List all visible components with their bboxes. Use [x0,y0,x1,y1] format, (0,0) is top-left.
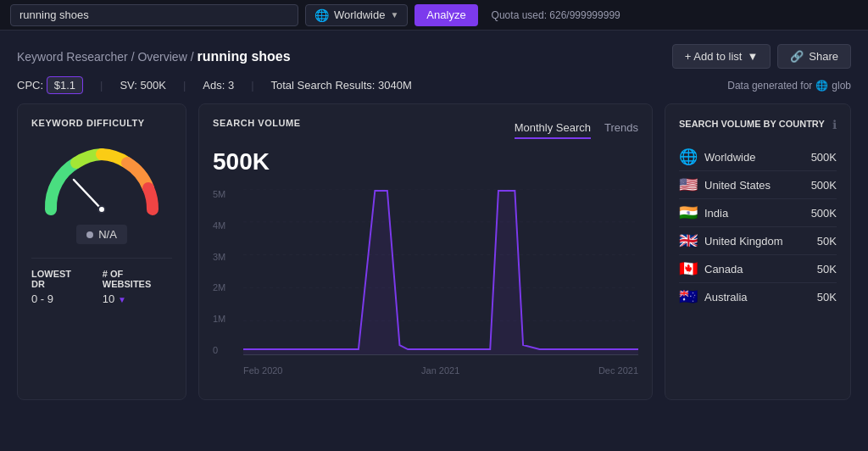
ads-value: 3 [228,79,234,92]
websites-stat: # OF WEBSITES 10 ▼ [103,269,172,305]
x-label-dec2021: Dec 2021 [598,365,638,376]
tab-trends[interactable]: Trends [604,121,638,139]
share-label: Share [809,50,838,63]
add-to-list-label: + Add to list [685,50,743,63]
breadcrumb-row: Keyword Researcher / Overview / running … [17,44,851,69]
svg-line-0 [74,180,102,209]
chart-svg [243,189,638,354]
chevron-down-icon: ▼ [390,10,398,19]
total-value: 3040M [378,79,412,92]
country-volume: 500K [811,151,837,164]
top-bar: running shoes 🌐 Worldwide ▼ Analyze Quot… [0,0,868,31]
location-label: Worldwide [334,8,385,21]
divider2: | [183,79,186,92]
location-selector[interactable]: 🌐 Worldwide ▼ [305,4,408,26]
data-generated: Data generated for 🌐 glob [727,80,851,92]
search-volume-card: SEARCH VOLUME Monthly Search Trends 500K… [198,103,653,400]
breadcrumb-keyword: running shoes [197,49,290,64]
gauge-badge: N/A [76,225,127,244]
lowest-dr-stat: LOWEST DR 0 - 9 [31,269,86,305]
lowest-dr-label: LOWEST DR [31,269,86,289]
total-label: Total Search Results: [271,79,376,92]
y-label-3m: 3M [213,252,240,262]
breadcrumb-part2: Overview [137,50,186,64]
sv-main-value: 500K [213,148,638,175]
websites-value: 10 ▼ [103,292,172,305]
stats-row: CPC: $1.1 | SV: 500K | Ads: 3 | Total Se… [17,79,851,92]
country-volume: 500K [811,179,837,192]
country-row: 🇨🇦 Canada 50K [679,255,837,283]
country-name: Worldwide [704,151,755,164]
country-flag: 🌐 [679,149,698,164]
breadcrumb: Keyword Researcher / Overview / running … [17,49,291,64]
share-button[interactable]: 🔗 Share [777,44,851,69]
sv-tabs: Monthly Search Trends [515,121,638,139]
chevron-down-icon-add: ▼ [747,50,758,63]
websites-label: # OF WEBSITES [103,269,172,289]
lowest-dr-value: 0 - 9 [31,292,86,305]
country-left: 🇺🇸 United States [679,177,771,192]
country-left: 🇬🇧 United Kingdom [679,233,783,248]
sv-label: SV: [120,79,136,92]
cpc-value: $1.1 [47,76,83,94]
country-flag: 🇦🇺 [679,289,698,304]
data-generated-suffix: glob [832,80,851,92]
country-volume: 500K [811,207,837,220]
country-name: Canada [704,263,743,276]
chart-x-labels: Feb 2020 Jan 2021 Dec 2021 [243,365,638,376]
keyword-difficulty-card: KEYWORD DIFFICULTY [17,103,186,400]
info-icon[interactable]: ℹ [832,118,837,131]
analyze-button[interactable]: Analyze [415,4,477,26]
ads-stat: Ads: 3 [203,79,234,92]
share-icon: 🔗 [790,50,804,63]
websites-dropdown-arrow[interactable]: ▼ [118,295,126,304]
country-name: Australia [704,291,748,303]
search-input[interactable]: running shoes [10,4,298,26]
main-content: Keyword Researcher / Overview / running … [0,31,868,414]
gauge-container: N/A [31,142,172,244]
country-card: SEARCH VOLUME BY COUNTRY ℹ 🌐 Worldwide 5… [665,103,851,400]
sv-card-title: SEARCH VOLUME [213,118,301,128]
chart-container: 5M 4M 3M 2M 1M 0 [213,189,638,376]
country-row: 🇦🇺 Australia 50K [679,283,837,310]
svg-point-2 [99,207,104,212]
add-to-list-button[interactable]: + Add to list ▼ [672,44,771,69]
country-name: India [704,207,728,220]
actions-area: + Add to list ▼ 🔗 Share [672,44,851,69]
x-label-jan2021: Jan 2021 [421,365,459,376]
y-label-0: 0 [213,345,240,355]
globe-icon: 🌐 [314,8,329,22]
country-name: United Kingdom [704,235,783,248]
divider3: | [251,79,253,92]
country-list: 🌐 Worldwide 500K 🇺🇸 United States 500K 🇮… [679,143,837,310]
globe-icon-small: 🌐 [815,80,828,92]
y-label-4m: 4M [213,220,240,231]
country-flag: 🇺🇸 [679,177,698,192]
gauge-dot [86,231,93,238]
chart-y-labels: 5M 4M 3M 2M 1M 0 [213,189,240,355]
sv-card-header: SEARCH VOLUME Monthly Search Trends [213,118,638,142]
country-row: 🇮🇳 India 500K [679,199,837,227]
y-label-1m: 1M [213,314,240,324]
cpc-label: CPC: [17,79,43,92]
x-label-feb2020: Feb 2020 [243,365,282,376]
total-stat: Total Search Results: 3040M [271,79,412,92]
country-volume: 50K [817,291,837,303]
sv-stat: SV: 500K [120,79,165,92]
country-left: 🇦🇺 Australia [679,289,748,304]
tab-monthly-search[interactable]: Monthly Search [515,121,591,139]
country-volume: 50K [817,235,837,248]
ads-label: Ads: [203,79,225,92]
breadcrumb-part1: Keyword Researcher [17,50,128,64]
sv-value-stat: 500K [141,79,166,92]
gauge-value: N/A [98,228,117,241]
kd-footer: LOWEST DR 0 - 9 # OF WEBSITES 10 ▼ [31,258,172,305]
country-row: 🇬🇧 United Kingdom 50K [679,227,837,255]
country-card-title: SEARCH VOLUME BY COUNTRY [679,118,825,130]
cards-row: KEYWORD DIFFICULTY [17,103,851,400]
gauge-svg [38,142,165,218]
quota-text: Quota used: 626/999999999 [492,9,620,21]
svg-marker-8 [243,191,638,354]
country-volume: 50K [817,263,837,276]
country-flag: 🇮🇳 [679,205,698,220]
